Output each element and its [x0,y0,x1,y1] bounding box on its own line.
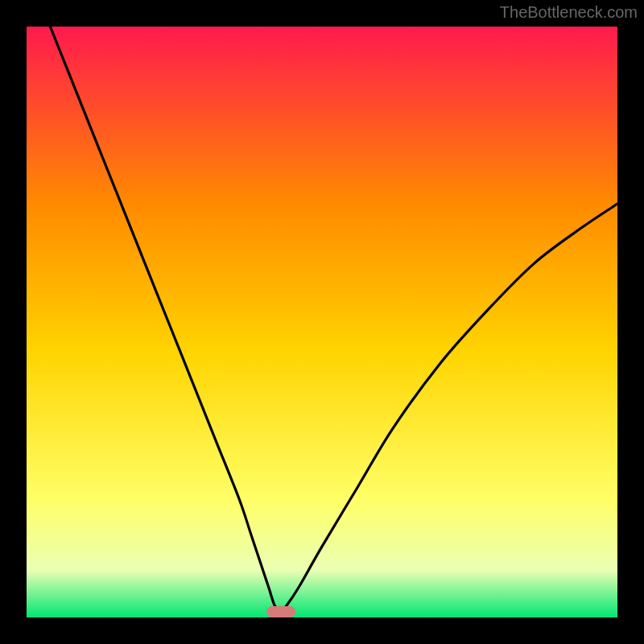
watermark-text: TheBottleneck.com [500,3,638,22]
optimal-point-marker [266,606,295,617]
chart-svg [27,27,617,617]
plot-frame [27,27,617,617]
gradient-background [27,27,617,617]
